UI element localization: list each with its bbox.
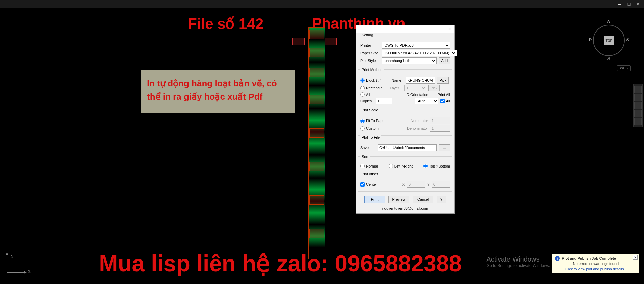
denominator-input bbox=[430, 125, 450, 132]
block-name-label: Name bbox=[391, 78, 404, 82]
layer-select: 0 bbox=[404, 85, 426, 91]
minimize-button[interactable]: – bbox=[616, 1, 623, 7]
ucs-x-label: X bbox=[28, 269, 31, 274]
group-title: Plot To File bbox=[360, 135, 381, 139]
radio-sort-tb-input[interactable] bbox=[423, 164, 428, 168]
radio-all-input[interactable] bbox=[360, 92, 365, 97]
radio-sort-tb[interactable]: Top->Bottom bbox=[423, 164, 450, 168]
drawing-block bbox=[325, 38, 337, 45]
drawing-strip bbox=[309, 28, 325, 259]
radio-sort-tb-label: Top->Bottom bbox=[429, 164, 450, 168]
close-button[interactable]: ✕ bbox=[635, 1, 642, 7]
radio-sort-lr-input[interactable] bbox=[389, 164, 393, 168]
navbar-pan-icon[interactable] bbox=[634, 94, 642, 101]
cancel-button[interactable]: Cancel bbox=[413, 196, 433, 203]
center-checkbox-label: Center bbox=[366, 182, 377, 186]
info-note-box: In tự động hàng loạt bản vẽ, có thể in r… bbox=[141, 70, 295, 113]
radio-all-label: All bbox=[366, 93, 370, 97]
navbar-orbit-icon[interactable] bbox=[634, 110, 642, 117]
copies-label: Copies bbox=[360, 99, 374, 103]
radio-custom-scale[interactable]: Custom bbox=[360, 126, 379, 131]
group-title: Plot offset bbox=[360, 172, 379, 176]
group-title: Sort bbox=[360, 155, 370, 159]
center-checkbox[interactable]: Center bbox=[360, 182, 377, 187]
radio-custom-input[interactable] bbox=[360, 126, 365, 131]
plot-style-label: Plot Style bbox=[360, 59, 380, 63]
orientation-label: D.Orientation bbox=[407, 93, 428, 97]
print-all-checkbox[interactable]: All bbox=[440, 99, 450, 103]
maximize-button[interactable]: □ bbox=[625, 1, 633, 7]
radio-fit-to-paper[interactable]: Fit To Paper bbox=[360, 119, 386, 123]
activate-line1: Activate Windows bbox=[487, 255, 550, 263]
offset-x-label: X bbox=[402, 182, 405, 186]
center-checkbox-input[interactable] bbox=[360, 182, 365, 187]
orientation-select[interactable]: Auto bbox=[415, 98, 438, 104]
group-plot-scale: Plot Scale Fit To Paper Numerator Custom… bbox=[358, 110, 452, 136]
group-title: Setting bbox=[360, 33, 374, 37]
activate-windows-watermark: Activate Windows Go to Settings to activ… bbox=[487, 255, 550, 268]
radio-sort-lr-label: Left->Right bbox=[394, 164, 413, 168]
group-sort: Sort Normal Left->Right Top->Bottom bbox=[358, 156, 452, 172]
help-button[interactable]: ? bbox=[437, 196, 446, 203]
paper-size-select[interactable]: ISO full bleed A3 (420.00 x 297.00 MM) bbox=[382, 50, 457, 56]
radio-fit-label: Fit To Paper bbox=[366, 119, 386, 123]
print-all-checkbox-input[interactable] bbox=[440, 99, 445, 103]
printer-label: Printer bbox=[360, 43, 380, 47]
radio-sort-normal[interactable]: Normal bbox=[360, 164, 378, 168]
dialog-close-icon[interactable]: ✕ bbox=[446, 26, 452, 32]
paper-size-label: Paper Size bbox=[360, 51, 380, 55]
drawing-block bbox=[292, 38, 305, 45]
printer-select[interactable]: DWG To PDF.pc3 bbox=[382, 42, 450, 49]
preview-button[interactable]: Preview bbox=[388, 196, 409, 203]
radio-rectangle[interactable]: Rectangle bbox=[360, 86, 383, 90]
radio-sort-lr[interactable]: Left->Right bbox=[389, 164, 413, 168]
radio-all[interactable]: All bbox=[360, 92, 370, 97]
print-all-label: Print All bbox=[438, 93, 450, 97]
group-plot-offset: Plot offset Center X Y bbox=[358, 174, 452, 192]
info-icon: i bbox=[555, 256, 560, 261]
group-setting: Setting Printer DWG To PDF.pc3 Paper Siz… bbox=[358, 35, 452, 68]
dialog-button-row: Print Preview Cancel ? bbox=[356, 193, 454, 205]
radio-fit-input[interactable] bbox=[360, 119, 365, 123]
radio-block-label: Block ( ; ) bbox=[366, 78, 381, 82]
numerator-input bbox=[430, 117, 450, 124]
navigation-bar bbox=[633, 84, 643, 127]
add-plotstyle-button[interactable]: Add bbox=[439, 57, 450, 64]
copies-input[interactable] bbox=[376, 98, 392, 104]
notification-details-link[interactable]: Click to view plot and publish details..… bbox=[555, 267, 636, 271]
radio-rectangle-input[interactable] bbox=[360, 86, 365, 90]
navbar-wheel-icon[interactable] bbox=[634, 86, 642, 93]
navbar-zoom-icon[interactable] bbox=[634, 102, 642, 109]
notification-close-icon[interactable]: ✕ bbox=[633, 255, 638, 260]
plot-style-select[interactable]: phamhung1.ctb bbox=[382, 57, 437, 64]
radio-block-input[interactable] bbox=[360, 78, 365, 83]
layer-label: Layer bbox=[390, 86, 402, 90]
radio-block[interactable]: Block ( ; ) bbox=[360, 78, 381, 83]
plot-dialog: ✕ Setting Printer DWG To PDF.pc3 Paper S… bbox=[356, 25, 455, 214]
navbar-showmotion-icon[interactable] bbox=[634, 118, 642, 125]
print-button[interactable]: Print bbox=[364, 196, 385, 203]
pick-block-button[interactable]: Pick bbox=[437, 77, 449, 84]
pick-layer-button: Pick bbox=[428, 85, 440, 91]
radio-sort-normal-label: Normal bbox=[366, 164, 378, 168]
denominator-label: Denominator bbox=[404, 126, 428, 130]
save-in-label: Save in bbox=[360, 146, 376, 150]
offset-y-label: Y bbox=[427, 182, 430, 186]
group-print-method: Print Method Block ( ; ) Name Pick Recta… bbox=[358, 69, 452, 108]
notification-body: No errors or warnings found bbox=[555, 262, 636, 266]
group-title: Print Method bbox=[360, 68, 384, 72]
dialog-titlebar[interactable]: ✕ bbox=[356, 25, 454, 33]
radio-sort-normal-input[interactable] bbox=[360, 164, 365, 168]
offset-x-input bbox=[407, 181, 425, 188]
radio-custom-label: Custom bbox=[366, 126, 379, 130]
block-name-input[interactable] bbox=[406, 77, 435, 84]
group-title: Plot Scale bbox=[360, 108, 380, 112]
save-path-input[interactable] bbox=[378, 144, 437, 151]
radio-rectangle-label: Rectangle bbox=[366, 86, 383, 90]
wcs-badge[interactable]: WCS bbox=[617, 65, 631, 71]
browse-button[interactable]: ... bbox=[439, 144, 450, 151]
print-all-check-label: All bbox=[446, 99, 450, 103]
group-plot-to-file: Plot To File Save in ... bbox=[358, 137, 452, 155]
window-titlebar: – □ ✕ bbox=[0, 0, 644, 8]
activate-line2: Go to Settings to activate Windows. bbox=[487, 263, 550, 268]
